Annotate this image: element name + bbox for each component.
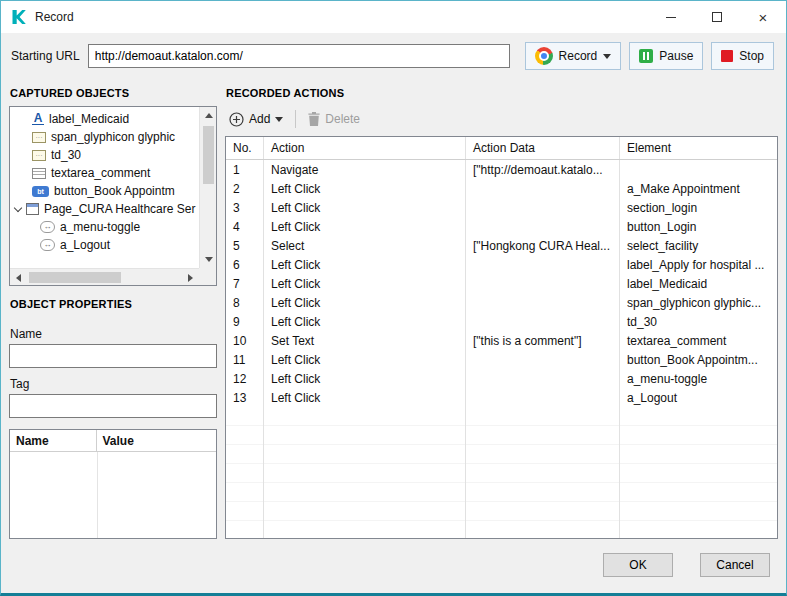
minimize-button[interactable] [648, 1, 694, 33]
cell-no: 1 [226, 160, 264, 179]
table-row[interactable]: 7 Left Click label_Medicaid [226, 274, 777, 293]
record-dialog: Record × Starting URL Record Pause Stop [0, 0, 787, 596]
record-button[interactable]: Record [525, 42, 622, 70]
tree-item-textarea-comment[interactable]: textarea_comment [10, 164, 199, 182]
cell-action-data: ["http://demoaut.katalo... [466, 160, 620, 179]
cell-element: td_30 [620, 312, 777, 331]
tree-item-span-glyphicon[interactable]: span_glyphicon glyphic [10, 128, 199, 146]
actions-toolbar: Add Delete [225, 106, 778, 136]
toolbar-separator [295, 110, 296, 128]
cell-element: label_Medicaid [620, 274, 777, 293]
record-dropdown-icon[interactable] [603, 54, 611, 59]
tree-item-button-book-appointment[interactable]: bt button_Book Appointm [10, 182, 199, 200]
label-object-icon: A [32, 113, 44, 125]
stop-icon [721, 50, 733, 62]
scroll-right-icon[interactable] [182, 269, 199, 286]
captured-objects-tree: A label_Medicaid span_glyphicon glyphic … [9, 106, 217, 286]
table-row[interactable]: 9 Left Click td_30 [226, 312, 777, 331]
table-row[interactable]: 8 Left Click span_glyphicon glyphic... [226, 293, 777, 312]
cell-action: Left Click [264, 255, 466, 274]
record-controls: Record Pause Stop [525, 42, 774, 70]
maximize-icon [712, 12, 722, 22]
add-dropdown-icon[interactable] [275, 117, 283, 122]
table-row[interactable]: 1 Navigate ["http://demoaut.katalo... [226, 160, 777, 179]
cell-no: 12 [226, 369, 264, 388]
table-row[interactable]: 6 Left Click label_Apply for hospital ..… [226, 255, 777, 274]
table-row[interactable]: 4 Left Click button_Login [226, 217, 777, 236]
add-button-label: Add [249, 112, 270, 126]
table-row[interactable]: 3 Left Click section_login [226, 198, 777, 217]
url-toolbar: Starting URL Record Pause Stop [1, 33, 786, 79]
name-field[interactable] [9, 344, 217, 368]
tree-item-a-menu-toggle[interactable]: a_menu-toggle [10, 218, 199, 236]
chevron-down-icon[interactable] [14, 203, 22, 211]
table-row[interactable]: 11 Left Click button_Book Appointm... [226, 350, 777, 369]
captured-objects-header: CAPTURED OBJECTS [10, 87, 217, 99]
span-object-icon [32, 132, 46, 143]
tag-field-label: Tag [10, 377, 217, 391]
close-button[interactable]: × [740, 1, 786, 33]
delete-action-button[interactable]: Delete [308, 112, 360, 126]
cell-no: 9 [226, 312, 264, 331]
cell-no: 3 [226, 198, 264, 217]
dialog-footer: OK Cancel [1, 547, 786, 593]
cell-no: 6 [226, 255, 264, 274]
cell-action: Left Click [264, 312, 466, 331]
tree-horizontal-scrollbar[interactable] [10, 268, 199, 285]
table-row[interactable]: 12 Left Click a_menu-toggle [226, 369, 777, 388]
horizontal-scroll-thumb[interactable] [29, 272, 121, 283]
vertical-scroll-thumb[interactable] [203, 126, 214, 184]
tree-vertical-scrollbar[interactable] [199, 107, 216, 268]
tree-item-label-medicaid[interactable]: A label_Medicaid [10, 110, 199, 128]
recorded-actions-header: RECORDED ACTIONS [226, 87, 778, 99]
pause-button[interactable]: Pause [629, 42, 703, 70]
actions-table-header: No. Action Action Data Element [226, 137, 777, 160]
tree-item-text: textarea_comment [51, 166, 150, 180]
tree-item-page-cura[interactable]: Page_CURA Healthcare Ser [10, 200, 199, 218]
chrome-browser-icon [535, 47, 553, 65]
cell-action: Left Click [264, 179, 466, 198]
cell-action-data [466, 217, 620, 236]
add-action-button[interactable]: Add [229, 112, 283, 127]
cell-element: a_Make Appointment [620, 179, 777, 198]
tree-item-text: a_menu-toggle [60, 220, 140, 234]
tree-item-text: span_glyphicon glyphic [51, 130, 175, 144]
starting-url-label: Starting URL [11, 49, 80, 63]
tree-item-a-logout[interactable]: a_Logout [10, 236, 199, 254]
cell-no: 2 [226, 179, 264, 198]
link-object-icon [40, 221, 55, 233]
cell-element: a_Logout [620, 388, 777, 407]
table-row[interactable]: 2 Left Click a_Make Appointment [226, 179, 777, 198]
cell-action-data: ["this is a comment"] [466, 331, 620, 350]
tag-field[interactable] [9, 394, 217, 418]
cell-action: Left Click [264, 274, 466, 293]
tree-item-text: Page_CURA Healthcare Ser [44, 202, 195, 216]
scroll-down-icon[interactable] [200, 251, 217, 268]
cell-no: 11 [226, 350, 264, 369]
katalon-logo-icon [11, 9, 27, 25]
starting-url-input[interactable] [88, 44, 510, 68]
scroll-left-icon[interactable] [10, 269, 27, 286]
right-panel: RECORDED ACTIONS Add Delete [225, 85, 778, 539]
ok-button[interactable]: OK [603, 553, 673, 577]
scroll-up-icon[interactable] [200, 107, 217, 124]
cell-action: Set Text [264, 331, 466, 350]
table-row[interactable]: 10 Set Text ["this is a comment"] textar… [226, 331, 777, 350]
stop-button-label: Stop [739, 49, 764, 63]
maximize-button[interactable] [694, 1, 740, 33]
cell-action: Left Click [264, 388, 466, 407]
cell-element [620, 160, 777, 179]
cell-action: Left Click [264, 350, 466, 369]
record-button-label: Record [559, 49, 598, 63]
main-area: CAPTURED OBJECTS A label_Medicaid span_g… [1, 79, 786, 547]
column-action-data: Action Data [466, 137, 620, 159]
cancel-button[interactable]: Cancel [700, 553, 770, 577]
left-panel: CAPTURED OBJECTS A label_Medicaid span_g… [9, 85, 217, 539]
table-row[interactable]: 13 Left Click a_Logout [226, 388, 777, 407]
minimize-icon [666, 17, 676, 18]
tree-item-td-30[interactable]: td_30 [10, 146, 199, 164]
table-row[interactable]: 5 Select ["Hongkong CURA Heal... select_… [226, 236, 777, 255]
stop-button[interactable]: Stop [711, 42, 774, 70]
cell-no: 4 [226, 217, 264, 236]
delete-button-label: Delete [325, 112, 360, 126]
